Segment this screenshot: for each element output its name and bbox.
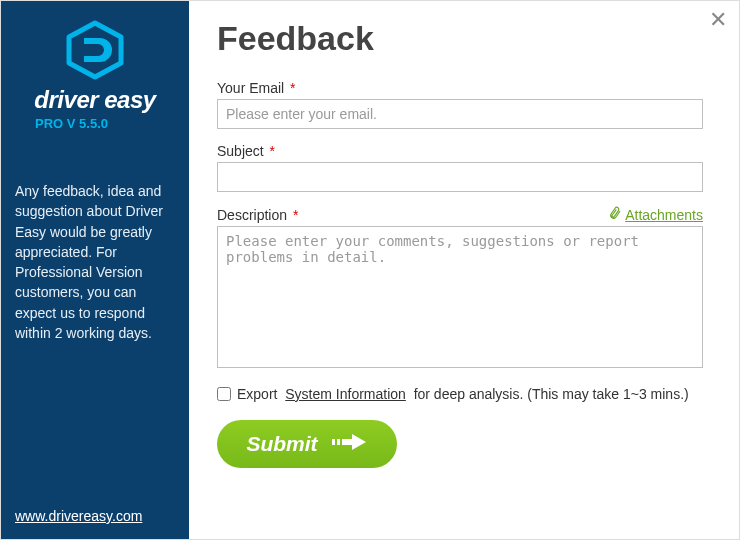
submit-button[interactable]: Submit: [217, 420, 397, 468]
attachments-label-text: Attachments: [625, 207, 703, 223]
sidebar-description: Any feedback, idea and suggestion about …: [15, 181, 175, 343]
feedback-window: driver easy PRO V 5.5.0 Any feedback, id…: [0, 0, 740, 540]
paperclip-icon: [607, 205, 624, 224]
website-link[interactable]: www.drivereasy.com: [15, 508, 142, 524]
svg-rect-3: [342, 439, 352, 445]
svg-marker-4: [352, 434, 366, 450]
submit-button-label: Submit: [246, 432, 317, 456]
email-label: Your Email *: [217, 80, 296, 96]
version-label: PRO V 5.5.0: [35, 116, 108, 131]
description-label-text: Description: [217, 207, 287, 223]
subject-field-group: Subject *: [217, 143, 703, 192]
svg-rect-2: [337, 439, 340, 445]
main-panel: ✕ Feedback Your Email * Subject *: [189, 1, 739, 539]
export-suffix: for deep analysis. (This may take 1~3 mi…: [414, 386, 689, 402]
svg-marker-0: [69, 23, 121, 77]
sidebar: driver easy PRO V 5.5.0 Any feedback, id…: [1, 1, 189, 539]
subject-input[interactable]: [217, 162, 703, 192]
subject-label: Subject *: [217, 143, 275, 159]
required-star: *: [293, 207, 298, 223]
arrow-right-icon: [332, 432, 368, 457]
brand-name: driver easy: [34, 86, 155, 114]
required-star: *: [270, 143, 275, 159]
export-row: Export System Information for deep analy…: [217, 386, 703, 402]
required-star: *: [290, 80, 295, 96]
logo-block: driver easy: [34, 16, 155, 114]
export-prefix: Export: [237, 386, 277, 402]
logo-icon: [64, 20, 126, 84]
sidebar-footer: www.drivereasy.com: [15, 507, 142, 525]
page-title: Feedback: [217, 19, 703, 58]
description-textarea[interactable]: [217, 226, 703, 368]
export-checkbox[interactable]: [217, 387, 231, 401]
email-field-group: Your Email *: [217, 80, 703, 129]
svg-rect-1: [332, 439, 335, 445]
close-icon[interactable]: ✕: [709, 9, 727, 31]
description-field-group: Description * Attachments: [217, 206, 703, 372]
attachments-link[interactable]: Attachments: [608, 206, 703, 223]
export-text: Export System Information for deep analy…: [237, 386, 689, 402]
system-information-link[interactable]: System Information: [285, 386, 406, 402]
description-label: Description *: [217, 207, 298, 223]
subject-label-text: Subject: [217, 143, 264, 159]
email-input[interactable]: [217, 99, 703, 129]
email-label-text: Your Email: [217, 80, 284, 96]
